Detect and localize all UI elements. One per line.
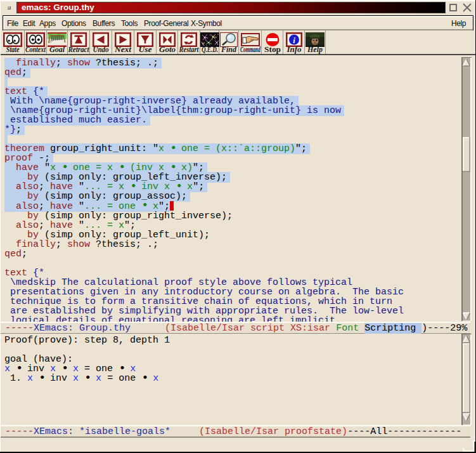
- svg-text:Info: Info: [286, 46, 301, 54]
- svg-text:Stop: Stop: [264, 46, 281, 54]
- svg-text:Retract: Retract: [68, 46, 89, 54]
- svg-text:Undo: Undo: [93, 46, 109, 54]
- svg-text:Help: Help: [307, 46, 323, 54]
- svg-text:Command: Command: [240, 46, 261, 54]
- svg-text:Restart: Restart: [179, 46, 199, 54]
- svg-text:i: i: [293, 36, 295, 45]
- svg-text:State: State: [6, 46, 20, 54]
- svg-text:Use: Use: [139, 46, 152, 54]
- svg-text:Find: Find: [221, 46, 237, 54]
- svg-text:Q.E.D.: Q.E.D.: [202, 46, 218, 54]
- svg-text:Goto: Goto: [159, 46, 176, 54]
- svg-text:Goal: Goal: [49, 46, 65, 54]
- svg-text:Next: Next: [114, 46, 132, 54]
- svg-text:Context: Context: [25, 46, 46, 54]
